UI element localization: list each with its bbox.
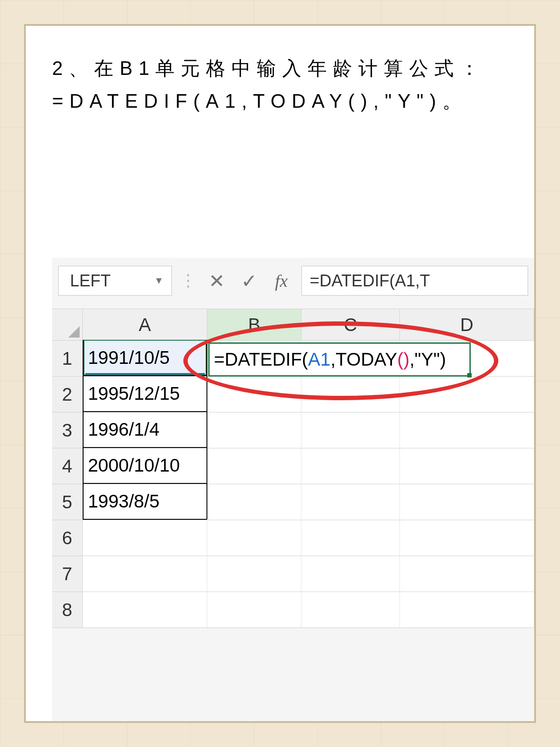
cell-c3[interactable] [301,412,400,448]
formula-p2: ,TODAY [330,349,397,370]
excel-screenshot: LEFT ▼ ⋮ ✕ ✓ fx =DATEDIF(A1,T A [52,258,534,721]
instruction-line2: =DATEDIF(A1,TODAY(),"Y")。 [52,85,508,118]
name-box[interactable]: LEFT ▼ [58,266,172,296]
table-row: 5 1993/8/5 [52,484,534,520]
cell-a4[interactable]: 2000/10/10 [83,447,207,484]
table-row: 7 [52,556,534,592]
table-row: 8 [52,592,534,628]
cell-a8[interactable] [83,591,207,627]
formula-p1: =DATEDIF( [214,349,308,370]
cell-a6[interactable] [83,519,207,556]
cell-b7[interactable] [207,556,301,592]
cell-c6[interactable] [301,520,400,556]
formula-paren: () [397,349,410,370]
cell-value: 1991/10/5 [88,347,170,368]
fill-handle[interactable] [467,373,472,377]
cancel-button[interactable]: ✕ [204,268,229,293]
cell-b4[interactable] [207,448,301,484]
cell-c4[interactable] [301,448,400,484]
cell-a2[interactable]: 1995/12/15 [83,376,207,412]
instruction-text: 2、在B1单元格中输入年龄计算公式： =DATEDIF(A1,TODAY(),"… [52,52,508,118]
insert-function-button[interactable]: fx [269,268,294,293]
table-row: 6 [52,520,534,556]
cell-value: 2000/10/10 [88,455,180,476]
formula-bar-section: LEFT ▼ ⋮ ✕ ✓ fx =DATEDIF(A1,T [52,258,534,309]
column-header-row: A B C D [52,309,534,341]
cell-c5[interactable] [301,484,400,520]
cell-a3[interactable]: 1996/1/4 [83,412,207,448]
cell-value: 1995/12/15 [88,383,180,404]
formula-ref: A1 [308,349,330,370]
check-icon: ✓ [241,270,257,292]
cell-b3[interactable] [207,412,301,448]
cell-value: 1996/1/4 [88,419,160,440]
table-row: 2 1995/12/15 [52,377,534,412]
formula-bar-text: =DATEDIF(A1,T [310,271,430,290]
fx-icon: fx [275,271,288,291]
formula-p3: ,"Y") [410,349,446,370]
dropdown-icon: ▼ [154,275,164,286]
column-header-a[interactable]: A [83,309,207,340]
cell-b8[interactable] [207,592,301,627]
instruction-line1: 2、在B1单元格中输入年龄计算公式： [52,52,508,85]
row-header[interactable]: 2 [52,377,83,412]
spreadsheet-grid: A B C D 1 1991/10/5 2 1995/12/15 [52,309,534,628]
formula-input[interactable]: =DATEDIF(A1,T [301,266,528,296]
cell-a1[interactable]: 1991/10/5 [83,340,207,376]
column-header-c[interactable]: C [301,309,400,340]
enter-button[interactable]: ✓ [237,268,261,293]
row-header[interactable]: 8 [52,592,83,627]
row-header[interactable]: 7 [52,556,83,592]
name-box-value: LEFT [70,271,111,290]
table-row: 3 1996/1/4 [52,412,534,448]
cell-b5[interactable] [207,484,301,520]
cell-a5[interactable]: 1993/8/5 [83,483,207,520]
cell-c2[interactable] [301,377,400,412]
active-cell-b1[interactable]: =DATEDIF(A1,TODAY(),"Y") [208,342,471,377]
cancel-icon: ✕ [209,270,225,292]
row-header[interactable]: 5 [52,484,83,520]
content-card: 2、在B1单元格中输入年龄计算公式： =DATEDIF(A1,TODAY(),"… [24,24,536,723]
cell-d5[interactable] [400,484,534,520]
cell-value: 1993/8/5 [88,491,160,512]
cell-d6[interactable] [400,520,534,556]
row-header[interactable]: 1 [52,341,83,376]
cell-b2[interactable] [207,377,301,412]
cell-d2[interactable] [400,377,534,412]
select-all-corner[interactable] [52,309,83,340]
cell-d8[interactable] [400,592,534,627]
cell-d4[interactable] [400,448,534,484]
cell-b6[interactable] [207,520,301,556]
cell-d3[interactable] [400,412,534,448]
cell-c7[interactable] [301,556,400,592]
separator-icon: ⋮ [180,271,196,290]
table-row: 4 2000/10/10 [52,448,534,484]
cell-c8[interactable] [301,592,400,627]
column-header-b[interactable]: B [207,309,301,340]
row-header[interactable]: 4 [52,448,83,484]
cell-a7[interactable] [83,555,207,592]
column-header-d[interactable]: D [400,309,534,340]
row-header[interactable]: 6 [52,520,83,556]
row-header[interactable]: 3 [52,412,83,448]
cell-d7[interactable] [400,556,534,592]
